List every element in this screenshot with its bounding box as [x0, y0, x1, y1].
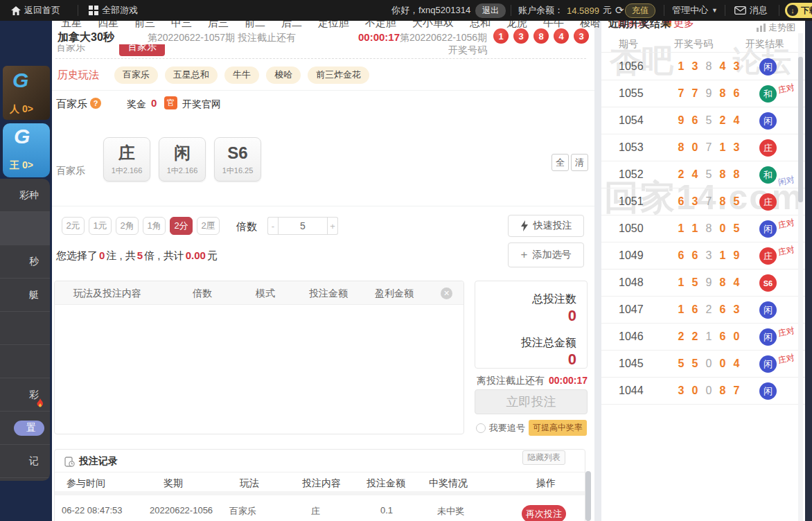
result-digit: 2 — [688, 330, 702, 343]
bet-options: 庄1中2.166闲1中2.166S61中16.25 — [103, 137, 261, 182]
multiplier-minus-button[interactable]: - — [267, 217, 278, 235]
history-tab-梭哈[interactable]: 梭哈 — [266, 67, 301, 84]
divider — [511, 5, 511, 16]
sidebar-item-彩[interactable]: 彩 — [0, 378, 50, 412]
result-digit: 6 — [716, 330, 730, 343]
sidebar-item[interactable] — [0, 312, 50, 345]
main-scrollbar[interactable] — [585, 471, 591, 521]
sidebar-item-艇[interactable]: 艇 — [0, 279, 50, 312]
sidebar-item[interactable] — [0, 212, 50, 245]
result-digit: 6 — [688, 114, 702, 127]
place-bet-button[interactable]: 立即投注 — [475, 389, 588, 414]
col-header: 中奖情况 — [429, 477, 468, 490]
results-scrollbar[interactable] — [798, 33, 803, 521]
bet-option-庄[interactable]: 庄1中2.166 — [103, 137, 150, 182]
multiplier-input[interactable] — [278, 217, 328, 235]
pair-label: 庄对 — [777, 217, 795, 232]
result-digit: 5 — [688, 357, 702, 370]
amount-unit-selector: 2元1元2角1角2分2厘 — [62, 217, 220, 235]
add-selection-button[interactable]: + 添加选号 — [508, 242, 584, 267]
bet-option-S6[interactable]: S61中16.25 — [214, 137, 261, 182]
recharge-button[interactable]: 充值 — [625, 3, 655, 18]
select-all-button[interactable]: 全 — [551, 154, 569, 171]
result-digit: 7 — [702, 141, 716, 154]
balance-value: 14.5899 — [567, 6, 599, 16]
result-badge: 闲 — [759, 58, 777, 76]
trend-link[interactable]: 走势图 — [757, 21, 795, 34]
chase-radio[interactable] — [476, 423, 486, 433]
logout-button[interactable]: 退出 — [475, 3, 506, 17]
chase-label: 我要追号 — [489, 422, 525, 434]
sidebar-item-记[interactable]: 记 — [0, 445, 50, 478]
download-app-button[interactable]: ↓ 下载 — [785, 3, 812, 18]
result-digits: 15984 — [674, 276, 743, 289]
result-digit: 9 — [702, 87, 716, 100]
hide-list-button[interactable]: 隐藏列表 — [522, 450, 565, 465]
trend-label: 走势图 — [768, 21, 795, 34]
result-digit: 8 — [674, 141, 688, 154]
rebet-button[interactable]: 再次投注 — [522, 505, 566, 521]
result-badge: S6 — [759, 274, 777, 292]
scrollbar-thumb[interactable] — [798, 57, 803, 202]
game-banner-2[interactable]: G 王 0> — [3, 123, 50, 177]
all-games-link[interactable]: 全部游戏 — [89, 0, 138, 21]
clear-button[interactable]: 清 — [571, 154, 588, 171]
result-issue: 1055 — [619, 87, 644, 100]
result-digit: 0 — [688, 141, 702, 154]
result-digit: 0 — [730, 330, 743, 343]
result-badge: 闲 — [759, 301, 777, 319]
game-banner-1[interactable]: G 人 0> — [3, 66, 50, 120]
amount-unit-2元[interactable]: 2元 — [62, 217, 85, 235]
history-tab-五星总和[interactable]: 五星总和 — [165, 67, 218, 84]
result-issue: 1044 — [619, 385, 644, 397]
lightning-icon — [520, 220, 529, 231]
amount-unit-2厘[interactable]: 2厘 — [197, 217, 220, 235]
sidebar-item-秒[interactable]: 秒 — [0, 245, 50, 279]
history-tab-前三炸金花[interactable]: 前三炸金花 — [308, 67, 369, 84]
result-row: 104622160闲庄对 — [601, 324, 805, 351]
multiplier-stepper: - + — [267, 217, 338, 235]
history-tab-百家乐[interactable]: 百家乐 — [114, 67, 158, 84]
quick-bet-button[interactable]: 快速投注 — [508, 215, 584, 237]
official-site-link[interactable]: 开奖官网 — [182, 98, 221, 111]
sidebar-item-彩种[interactable]: 彩种 — [0, 179, 50, 212]
home-link[interactable]: 返回首页 — [11, 0, 60, 21]
banner-logo: G — [12, 69, 28, 92]
bet-option-闲[interactable]: 闲1中2.166 — [159, 137, 206, 182]
history-tab-牛牛[interactable]: 牛牛 — [224, 67, 259, 84]
sidebar-item[interactable] — [0, 345, 50, 378]
multiplier-plus-button[interactable]: + — [328, 217, 338, 235]
amount-unit-1元[interactable]: 1元 — [89, 217, 112, 235]
col-header: 参与时间 — [67, 477, 105, 490]
balance-label: 账户余额： — [518, 4, 563, 17]
bet-option-name: 庄 — [118, 143, 135, 163]
result-row: 104555004闲庄对 — [601, 351, 805, 378]
refresh-icon[interactable]: ⟳ — [615, 4, 624, 17]
amount-unit-2角[interactable]: 2角 — [116, 217, 139, 235]
close-icon[interactable]: ✕ — [441, 288, 452, 299]
result-row: 105613843闲 — [601, 53, 805, 80]
col-header: 投注金额 — [367, 477, 405, 490]
amount-unit-2分[interactable]: 2分 — [170, 217, 193, 235]
top-navbar: 返回首页 全部游戏 你好，fxnq5201314 退出 账户余额：14.5899… — [0, 0, 812, 21]
result-issue: 1048 — [619, 276, 644, 289]
help-icon[interactable]: ? — [90, 98, 101, 109]
result-digit: 6 — [674, 249, 688, 262]
result-digits: 30087 — [674, 385, 743, 397]
bonus-label: 奖金 — [127, 98, 146, 111]
multiplier-label: 倍数 — [236, 220, 257, 233]
result-digit: 8 — [702, 60, 716, 73]
result-badge: 和 — [759, 166, 777, 184]
amount-unit-1角[interactable]: 1角 — [143, 217, 166, 235]
app-root: G 人 0> G 王 0> 彩种秒艇彩置记 五星四星前三中三后三前二后二定位胆不… — [0, 0, 812, 521]
result-row: 105163785庄 — [601, 188, 805, 215]
result-digits: 96524 — [674, 114, 743, 127]
result-badge: 庄 — [759, 139, 777, 157]
admin-center-menu[interactable]: 管理中心 ▼ — [672, 0, 718, 21]
bet-option-odds: 1中2.166 — [112, 166, 143, 176]
result-digit: 6 — [688, 249, 702, 262]
sidebar-item-置[interactable]: 置 — [0, 412, 50, 445]
messages-link[interactable]: 消息 — [734, 0, 768, 21]
number-ball: 8 — [533, 28, 549, 44]
lottery-name: 加拿大30秒 — [58, 30, 114, 45]
